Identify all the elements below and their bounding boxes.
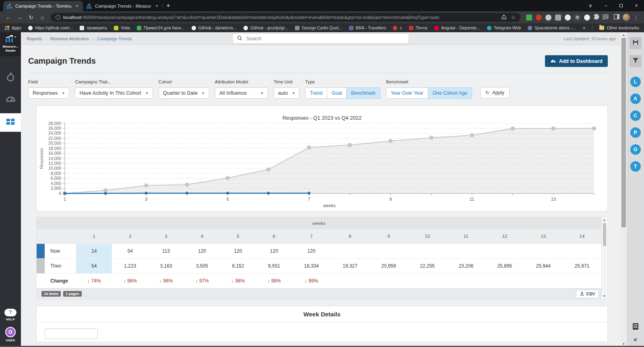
side-panel-icon[interactable] [611, 14, 622, 21]
bookmark-item[interactable]: проверить [80, 25, 107, 30]
campaigns-that-select[interactable]: Have Activity In This Cohort▼ [75, 87, 153, 99]
tab-close-icon[interactable]: × [74, 3, 80, 9]
cohort-select[interactable]: Quarter to Date▼ [159, 87, 209, 99]
other-bookmarks[interactable]: Other bookmarks [599, 25, 639, 30]
add-to-dashboard-button[interactable]: Add to Dashboard [545, 55, 608, 67]
bookmark-item[interactable]: Angular - Depende... [434, 25, 480, 30]
segment-benchmark[interactable]: Benchmark [346, 87, 380, 99]
minimize-button[interactable]: – [598, 0, 613, 11]
save-floppy-icon [632, 39, 639, 47]
stop-hand-extension[interactable] [536, 15, 542, 21]
gray-face-extension[interactable] [545, 15, 551, 21]
segment-year-over-year[interactable]: Year Over Year [386, 87, 428, 99]
dashboard-gauge-icon [550, 58, 556, 64]
filter-button[interactable] [630, 55, 642, 67]
quick-nav-letter-a[interactable]: A [630, 94, 641, 104]
breadcrumb-item[interactable]: Reports [27, 36, 42, 41]
segment-one-cohort-ago[interactable]: One Cohort Ago [428, 87, 472, 99]
tab-search-caret-icon[interactable]: ∨ [583, 0, 598, 11]
benchmark-segmented: Year Over YearOne Cohort Ago [386, 87, 472, 99]
page-scrollbar[interactable]: ▲ ▼ [621, 32, 627, 347]
search-box[interactable] [233, 34, 409, 44]
time-unit-select[interactable]: auto▼ [274, 87, 299, 99]
segment-goal[interactable]: Goal [327, 87, 347, 99]
site-info-icon[interactable]: i [56, 15, 60, 20]
table-cell: 25,971 [563, 258, 601, 273]
table-scrollbar[interactable]: ▲ ▼ [601, 218, 607, 299]
timer-extension[interactable] [565, 15, 571, 21]
bookmark-item[interactable]: Spaceborne aliens -... [528, 25, 576, 30]
bookmarks-overflow-chevron[interactable]: » [583, 25, 586, 31]
measurement-studio-logo[interactable]: ▾ Measure...Studio [0, 32, 21, 56]
new-tab-button[interactable]: + [163, 1, 174, 11]
quick-nav-letter-c[interactable]: C [630, 110, 641, 121]
scrollbar-thumb[interactable] [621, 38, 626, 227]
bookmark-item[interactable]: c [393, 25, 402, 30]
bookmark-item[interactable]: George Carlin Quot... [295, 25, 342, 30]
sidebar-item-dashboard[interactable] [0, 91, 21, 110]
rings-extension[interactable]: ◎ [584, 15, 590, 21]
scroll-up-icon[interactable]: ▲ [603, 218, 606, 222]
bookmark-item[interactable]: Telegram Web [487, 25, 521, 30]
browser-tab[interactable]: Campaign Trends - Measurement× [83, 1, 163, 11]
bookmark-item[interactable]: GitHub - danielcris... [192, 25, 237, 30]
tab-close-icon[interactable]: × [154, 3, 159, 9]
close-window-button[interactable]: × [629, 0, 644, 11]
svg-text:3: 3 [145, 197, 147, 202]
browser-window: Campaign Trends - Terminus Hub×Campaign … [0, 0, 644, 347]
bookmark-item[interactable]: Почта [409, 25, 427, 30]
home-icon[interactable]: ⌂ [37, 14, 47, 21]
reload-icon[interactable]: ↻ [26, 14, 36, 21]
notes-document-icon[interactable] [632, 323, 639, 332]
profile-avatar[interactable] [623, 14, 630, 21]
url-bar[interactable]: i localhost:4500/#/analyze/campaigns/tre… [51, 13, 520, 22]
csv-export-button[interactable]: CSV [576, 290, 599, 298]
share-icon[interactable] [501, 15, 507, 21]
search-input[interactable] [246, 35, 405, 42]
table-cell: 3,505 [184, 258, 220, 273]
scroll-down-icon[interactable]: ▼ [622, 343, 625, 346]
apply-button[interactable]: ↻Apply [480, 87, 510, 98]
bookmark-item[interactable]: GitHub - gruntjs/gr... [244, 25, 288, 30]
green-arrow-extension[interactable] [526, 15, 532, 21]
reading-list-icon[interactable] [600, 14, 611, 21]
maximize-button[interactable] [613, 0, 629, 11]
bookmark-item[interactable]: Apps [5, 25, 21, 30]
breadcrumb-item[interactable]: Revenue Attribution [50, 36, 89, 41]
s-letter-extension[interactable]: S [574, 15, 580, 21]
bookmark-star-icon[interactable]: ☆ [511, 15, 516, 21]
quick-nav-letter-l[interactable]: L [630, 77, 641, 87]
collapse-panel-icon[interactable]: < [634, 336, 637, 343]
segment-trend[interactable]: Trend [305, 87, 327, 99]
scroll-down-icon[interactable]: ▼ [603, 295, 606, 298]
field-select[interactable]: Responses▼ [28, 87, 69, 99]
scroll-up-icon[interactable]: ▲ [622, 33, 625, 37]
bookmark-label: GitHub - danielcris... [198, 25, 237, 30]
week-selector[interactable] [45, 328, 98, 339]
sidebar-item-streaks[interactable] [0, 69, 21, 87]
scrollbar-thumb[interactable] [603, 223, 606, 246]
user-menu-button[interactable]: O USER [4, 327, 17, 342]
bookmark-item[interactable]: BRA - Travellers [349, 25, 386, 30]
page-content: Campaign Trends Add to Dashboard Field R… [21, 45, 621, 347]
screenshot-extension[interactable] [555, 15, 561, 21]
bookmark-item[interactable]: Приват24 для бизн... [137, 25, 185, 30]
forward-icon[interactable]: → [14, 14, 25, 21]
bookmark-item[interactable]: Volia [114, 25, 130, 30]
back-icon[interactable]: ← [3, 14, 14, 21]
help-button[interactable]: ? HELP [4, 309, 17, 321]
quick-nav-letter-p[interactable]: P [630, 127, 641, 138]
breadcrumb-item[interactable]: Campaign Trends [97, 36, 132, 41]
chart-title: Responses - Q1 2023 vs Q4 2022 [37, 115, 607, 121]
bookmark-item[interactable]: https://github.com/... [28, 25, 73, 30]
puzzle-extensions-icon[interactable] [593, 14, 599, 21]
search-icon [237, 35, 242, 42]
quick-nav-letter-o[interactable]: O [630, 144, 641, 155]
table-cell: 19,327 [331, 258, 369, 273]
attribution-model-select[interactable]: All Influence▼ [215, 87, 268, 99]
sidebar-item-reports[interactable] [0, 113, 21, 132]
quick-nav-letter-t[interactable]: T [630, 161, 641, 172]
browser-menu-icon[interactable]: ⋮ [631, 15, 641, 21]
save-button[interactable] [630, 37, 642, 49]
browser-tab[interactable]: Campaign Trends - Terminus Hub× [3, 1, 83, 11]
